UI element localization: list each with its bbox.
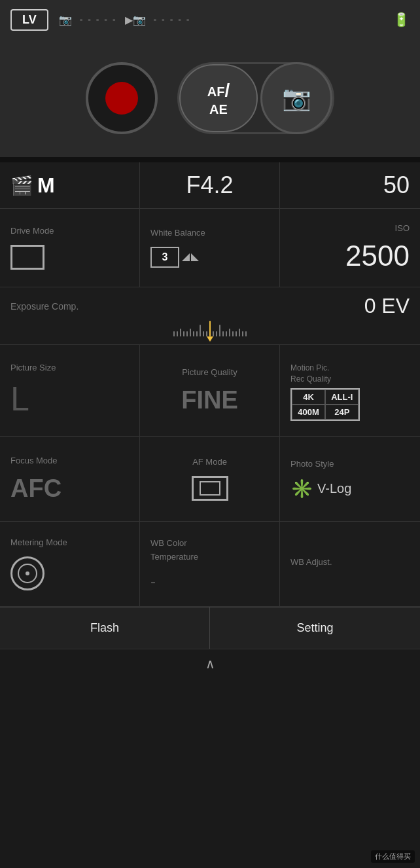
motion-pic-cell[interactable]: Motion Pic. Rec Quality 4K ALL-I 400M 24… bbox=[280, 345, 420, 436]
tick bbox=[173, 331, 175, 336]
tick bbox=[245, 331, 247, 336]
picture-quality-cell[interactable]: Picture Quality FINE bbox=[140, 345, 280, 436]
tick bbox=[222, 331, 224, 336]
tick bbox=[229, 329, 230, 336]
wb-adjust-label: WB Adjust. bbox=[290, 557, 332, 567]
tick bbox=[186, 331, 188, 336]
scale-ticks bbox=[173, 321, 247, 336]
picture-quality-value: FINE bbox=[181, 386, 238, 414]
row-metering-settings: Metering Mode WB Color Temperature - WB … bbox=[0, 522, 420, 607]
motion-pic-label2: Rec Quality bbox=[290, 374, 360, 385]
motion-rec-info: Motion Pic. Rec Quality 4K ALL-I 400M 24… bbox=[290, 363, 360, 422]
camera-button[interactable]: 📷 bbox=[260, 62, 332, 134]
af-mode-cell[interactable]: AF Mode bbox=[140, 437, 280, 521]
tick bbox=[183, 331, 184, 336]
tick bbox=[190, 329, 191, 336]
wb-color-label1: WB Color bbox=[150, 538, 187, 548]
white-balance-label: White Balance bbox=[150, 228, 205, 238]
af-ae-pill[interactable]: AF/AE bbox=[179, 64, 258, 132]
vlog-text: V-Log bbox=[317, 481, 351, 496]
rec-400m: 400M bbox=[292, 405, 325, 420]
af-ae-label: AF/AE bbox=[207, 79, 230, 117]
rec-4k: 4K bbox=[292, 389, 325, 405]
exposure-indicator bbox=[209, 321, 211, 336]
bottom-buttons: Flash Setting bbox=[0, 607, 420, 649]
vlog-sparkle-icon: ✳️ bbox=[290, 478, 313, 499]
shutter-value: 50 bbox=[383, 172, 410, 199]
drive-mode-label: Drive Mode bbox=[10, 226, 54, 236]
picture-quality-label: Picture Quality bbox=[182, 367, 237, 377]
focus-mode-value: AFC bbox=[10, 475, 61, 503]
dashes1: - - - - - bbox=[80, 14, 117, 25]
iso-cell[interactable]: ISO 2500 bbox=[280, 209, 420, 287]
watermark: 什么值得买 bbox=[371, 850, 415, 863]
tick bbox=[206, 331, 207, 336]
row-drive-wb-iso: Drive Mode White Balance 3 ISO 2500 bbox=[0, 209, 420, 287]
wb-color-label2: Temperature bbox=[150, 552, 198, 562]
wb-adjust-cell[interactable]: WB Adjust. bbox=[280, 522, 420, 606]
metering-icon bbox=[10, 556, 44, 590]
tick bbox=[196, 331, 198, 336]
tick bbox=[200, 325, 201, 336]
tri-left-icon bbox=[182, 253, 190, 261]
tick bbox=[213, 331, 214, 336]
video-mode-cell[interactable]: 🎬 M bbox=[0, 162, 140, 208]
metering-mode-cell[interactable]: Metering Mode bbox=[0, 522, 140, 606]
focus-mode-label: Focus Mode bbox=[10, 456, 58, 465]
record-button[interactable] bbox=[86, 62, 158, 134]
exposure-scale bbox=[10, 318, 410, 342]
lv-badge[interactable]: LV bbox=[10, 9, 48, 31]
tick bbox=[219, 325, 220, 336]
camera-small-icon: 📷 bbox=[59, 14, 72, 26]
tick bbox=[193, 331, 194, 336]
control-row: AF/AE 📷 bbox=[0, 39, 420, 157]
wb-number-box: 3 bbox=[150, 247, 179, 268]
focus-mode-cell[interactable]: Focus Mode AFC bbox=[0, 437, 140, 521]
setting-button[interactable]: Setting bbox=[210, 607, 420, 649]
af-mode-icon bbox=[192, 476, 228, 501]
exposure-header: Exposure Comp. 0 EV bbox=[10, 294, 410, 318]
tick bbox=[232, 331, 234, 336]
row-picture-settings: Picture Size L Picture Quality FINE Moti… bbox=[0, 345, 420, 437]
iso-value: 2500 bbox=[345, 240, 410, 272]
vlog-display: ✳️ V-Log bbox=[290, 478, 351, 499]
camera-icon: 📷 bbox=[282, 84, 311, 112]
exposure-value: 0 EV bbox=[364, 294, 410, 318]
top-bar-icons: 📷 - - - - - ▶📷 - - - - - 🔋 bbox=[59, 12, 410, 27]
photo-style-label: Photo Style bbox=[290, 459, 334, 469]
record-dot bbox=[105, 82, 138, 115]
af-ae-container[interactable]: AF/AE 📷 bbox=[177, 62, 334, 134]
picture-size-cell[interactable]: Picture Size L bbox=[0, 345, 140, 436]
rec-24p: 24P bbox=[325, 405, 359, 420]
divider-1 bbox=[0, 157, 420, 162]
row-focus-settings: Focus Mode AFC AF Mode Photo Style ✳️ V-… bbox=[0, 437, 420, 522]
chevron-up-icon[interactable]: ∧ bbox=[205, 656, 215, 672]
metering-dot bbox=[26, 571, 29, 575]
row-main-settings: 🎬 M F4.2 50 bbox=[0, 162, 420, 209]
shutter-cell[interactable]: 50 bbox=[280, 162, 420, 208]
tick bbox=[203, 331, 204, 336]
white-balance-icon: 3 bbox=[150, 247, 199, 268]
photo-style-cell[interactable]: Photo Style ✳️ V-Log bbox=[280, 437, 420, 521]
tick bbox=[177, 331, 178, 336]
picture-size-value: L bbox=[10, 379, 29, 418]
video-mode-value: M bbox=[37, 173, 55, 198]
white-balance-cell[interactable]: White Balance 3 bbox=[140, 209, 280, 287]
drive-mode-cell[interactable]: Drive Mode bbox=[0, 209, 140, 287]
iso-label: ISO bbox=[395, 223, 410, 233]
wb-number: 3 bbox=[162, 251, 168, 263]
picture-size-label: Picture Size bbox=[10, 363, 56, 372]
wb-color-temp-cell[interactable]: WB Color Temperature - bbox=[140, 522, 280, 606]
rec-alli: ALL-I bbox=[325, 389, 359, 405]
af-mode-label: AF Mode bbox=[192, 457, 227, 467]
motion-pic-label1: Motion Pic. bbox=[290, 363, 360, 374]
video-icon: 🎬 bbox=[10, 175, 33, 196]
aperture-cell[interactable]: F4.2 bbox=[140, 162, 280, 208]
metering-mode-label: Metering Mode bbox=[10, 537, 67, 547]
top-bar: LV 📷 - - - - - ▶📷 - - - - - 🔋 bbox=[0, 0, 420, 39]
flash-button[interactable]: Flash bbox=[0, 607, 210, 649]
exposure-row[interactable]: Exposure Comp. 0 EV bbox=[0, 287, 420, 345]
drive-mode-icon bbox=[10, 245, 44, 270]
video-mode-display: 🎬 M bbox=[10, 173, 55, 198]
af-mode-inner bbox=[200, 481, 220, 496]
